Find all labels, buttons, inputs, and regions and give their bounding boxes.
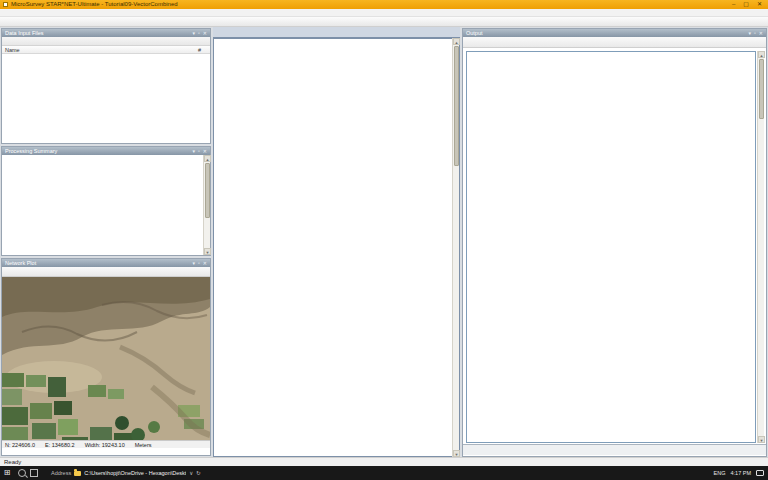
panel-menu-icon[interactable]: ▾ xyxy=(193,259,196,267)
data-input-files-header: Data Input Files ▾ ▫ ✕ xyxy=(2,29,210,37)
width-value: Width: 19243.10 xyxy=(85,441,125,448)
scroll-up-icon[interactable]: ▲ xyxy=(204,155,211,162)
address-go-icon[interactable]: ↻ xyxy=(196,470,201,476)
processing-summary-scrollbar[interactable]: ▲ ▼ xyxy=(203,155,210,255)
panel-title: Output xyxy=(466,29,483,37)
output-toolbar xyxy=(463,37,766,48)
folder-icon xyxy=(74,471,81,476)
panel-menu-icon[interactable]: ▾ xyxy=(193,147,196,155)
notification-center-icon[interactable] xyxy=(756,470,764,476)
close-button[interactable]: ✕ xyxy=(757,0,762,9)
window-title: MicroSurvey STAR*NET-Ultimate - Tutorial… xyxy=(11,0,178,9)
output-scrollbar[interactable]: ▲ ▼ xyxy=(757,51,764,443)
close-icon[interactable]: ✕ xyxy=(203,29,207,37)
pin-icon[interactable]: ▫ xyxy=(198,29,200,37)
main-toolbar xyxy=(0,17,768,27)
close-icon[interactable]: ✕ xyxy=(759,29,763,37)
pin-icon[interactable]: ▫ xyxy=(198,259,200,267)
output-header: Output ▾ ▫ ✕ xyxy=(463,29,766,37)
network-plot-panel: Network Plot ▾ ▫ ✕ xyxy=(1,258,211,456)
maximize-button[interactable]: ▢ xyxy=(743,0,749,9)
address-value[interactable]: C:\Users\hopjt\OneDrive - Hexagon\Deskt xyxy=(84,470,186,476)
ready-text: Ready xyxy=(4,459,21,465)
panel-menu-icon[interactable]: ▾ xyxy=(193,29,196,37)
address-toolbar: Address C:\Users\hopjt\OneDrive - Hexago… xyxy=(51,470,201,476)
column-number[interactable]: # xyxy=(198,46,207,53)
desktop: MicroSurvey STAR*NET-Ultimate - Tutorial… xyxy=(0,0,768,480)
data-files-toolbar xyxy=(2,37,210,46)
listing-content[interactable] xyxy=(466,51,756,443)
scroll-down-icon[interactable]: ▼ xyxy=(758,436,765,443)
status-bar: Ready xyxy=(0,457,768,466)
satellite-map[interactable] xyxy=(2,277,210,448)
address-dropdown-icon[interactable]: ∨ xyxy=(189,470,193,476)
pin-icon[interactable]: ▫ xyxy=(754,29,756,37)
titlebar: MicroSurvey STAR*NET-Ultimate - Tutorial… xyxy=(0,0,768,9)
address-label: Address xyxy=(51,470,71,476)
processing-summary-text xyxy=(2,155,210,255)
code-editor[interactable] xyxy=(213,38,460,457)
task-view-icon[interactable] xyxy=(30,469,38,477)
clock[interactable]: 4:17 PM xyxy=(731,470,751,476)
panel-menu-icon[interactable]: ▾ xyxy=(749,29,752,37)
processing-summary-header: Processing Summary ▾ ▫ ✕ xyxy=(2,147,210,155)
start-button[interactable]: ⊞ xyxy=(0,466,14,480)
search-icon[interactable] xyxy=(18,469,26,477)
file-list-columns: Name # xyxy=(2,46,210,54)
close-icon[interactable]: ✕ xyxy=(203,259,207,267)
minimize-button[interactable]: – xyxy=(732,0,735,9)
language-indicator[interactable]: ENG xyxy=(714,470,726,476)
editor-tab-bar xyxy=(213,27,460,38)
plot-status-bar: N: 224606.0 E: 134680.2 Width: 19243.10 … xyxy=(2,440,210,448)
panel-title: Network Plot xyxy=(5,259,36,267)
scroll-up-icon[interactable]: ▲ xyxy=(758,51,765,58)
plot-canvas[interactable]: N: 224606.0 E: 134680.2 Width: 19243.10 … xyxy=(2,277,210,448)
close-icon[interactable]: ✕ xyxy=(203,147,207,155)
network-plot-header: Network Plot ▾ ▫ ✕ xyxy=(2,259,210,267)
system-tray: ENG 4:17 PM xyxy=(709,470,768,476)
panel-title: Processing Summary xyxy=(5,147,57,155)
output-panel: Output ▾ ▫ ✕ ▲ ▼ xyxy=(462,28,767,457)
units-label: Meters xyxy=(135,441,152,448)
menu-bar xyxy=(0,9,768,17)
editor-scrollbar[interactable]: ▲ ▼ xyxy=(452,38,459,457)
processing-summary-panel: Processing Summary ▾ ▫ ✕ ▲ ▼ xyxy=(1,146,211,256)
northing-value: N: 224606.0 xyxy=(5,441,35,448)
panel-title: Data Input Files xyxy=(5,29,44,37)
windows-taskbar: ⊞ Address C:\Users\hopjt\OneDrive - Hexa… xyxy=(0,466,768,480)
column-name[interactable]: Name xyxy=(5,46,20,53)
pin-icon[interactable]: ▫ xyxy=(198,147,200,155)
output-tab-bar xyxy=(463,444,766,455)
scroll-down-icon[interactable]: ▼ xyxy=(453,450,460,457)
easting-value: E: 134680.2 xyxy=(45,441,75,448)
data-input-files-panel: Data Input Files ▾ ▫ ✕ Name # xyxy=(1,28,211,144)
app-logo-icon xyxy=(3,2,8,7)
scroll-down-icon[interactable]: ▼ xyxy=(204,248,211,255)
scroll-up-icon[interactable]: ▲ xyxy=(453,38,460,45)
plot-toolbar xyxy=(2,267,210,277)
